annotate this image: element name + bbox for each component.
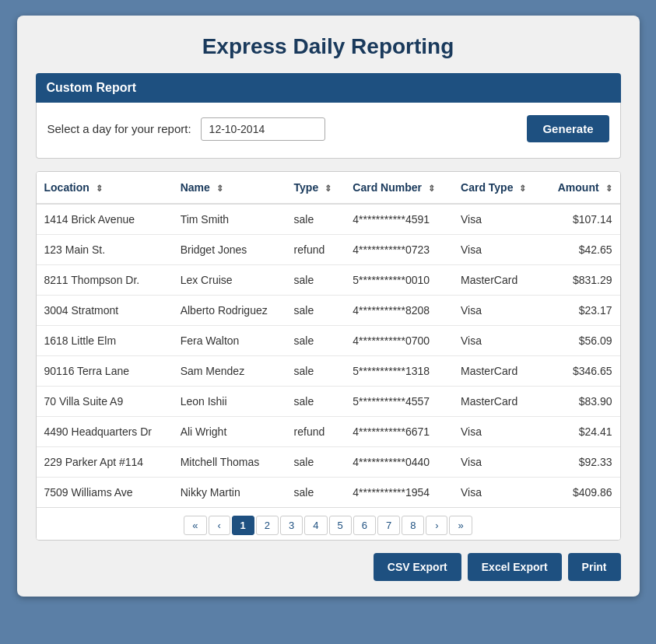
table-row: 90116 Terra Lane Sam Mendez sale 5******… — [37, 356, 620, 387]
cell-type: refund — [286, 235, 346, 265]
sort-icon-amount: ⇕ — [605, 184, 612, 194]
cell-amount: $23.17 — [542, 296, 619, 326]
cell-name: Lex Cruise — [173, 265, 286, 296]
date-row: Select a day for your report: Generate — [47, 115, 609, 142]
cell-location: 7509 Williams Ave — [37, 478, 173, 508]
pagination-button[interactable]: 1 — [232, 516, 254, 535]
cell-card-number: 5***********4557 — [345, 387, 453, 417]
pagination-button[interactable]: 7 — [377, 516, 400, 535]
cell-card-number: 4***********0700 — [345, 326, 453, 356]
date-input-group — [191, 117, 528, 141]
main-card: Express Daily Reporting Custom Report Se… — [17, 16, 640, 597]
cell-card-number: 4***********8208 — [345, 296, 453, 326]
cell-card-type: MasterCard — [453, 356, 542, 387]
cell-card-type: Visa — [453, 204, 542, 235]
cell-card-number: 5***********1318 — [345, 356, 453, 387]
cell-location: 1414 Brick Avenue — [37, 204, 173, 235]
cell-name: Tim Smith — [173, 204, 286, 235]
cell-amount: $83.90 — [542, 387, 619, 417]
table-row: 1414 Brick Avenue Tim Smith sale 4******… — [37, 204, 620, 235]
cell-type: sale — [286, 326, 346, 356]
cell-type: sale — [286, 204, 346, 235]
cell-card-number: 4***********4591 — [345, 204, 453, 235]
cell-card-type: Visa — [453, 326, 542, 356]
col-header-card-number[interactable]: Card Number ⇕ — [345, 172, 453, 204]
cell-amount: $24.41 — [542, 417, 619, 447]
pagination-button[interactable]: 2 — [256, 516, 279, 535]
sort-icon-card-number: ⇕ — [428, 184, 435, 194]
sort-icon-name: ⇕ — [216, 184, 223, 194]
date-label: Select a day for your report: — [47, 122, 191, 135]
pagination-button[interactable]: › — [426, 516, 447, 535]
cell-amount: $107.14 — [542, 204, 619, 235]
cell-amount: $409.86 — [542, 478, 619, 508]
section-body: Select a day for your report: Generate — [36, 103, 621, 159]
table-row: 4490 Headquarters Dr Ali Wright refund 4… — [37, 417, 620, 447]
cell-type: sale — [286, 296, 346, 326]
cell-amount: $831.29 — [542, 265, 619, 296]
cell-card-type: Visa — [453, 296, 542, 326]
cell-amount: $92.33 — [542, 447, 619, 478]
pagination-button[interactable]: 5 — [329, 516, 352, 535]
cell-location: 4490 Headquarters Dr — [37, 417, 173, 447]
cell-card-number: 4***********0723 — [345, 235, 453, 265]
table-row: 3004 Stratmont Alberto Rodriguez sale 4*… — [37, 296, 620, 326]
generate-button[interactable]: Generate — [527, 115, 609, 142]
cell-amount: $42.65 — [542, 235, 619, 265]
table-row: 8211 Thompson Dr. Lex Cruise sale 5*****… — [37, 265, 620, 296]
cell-location: 3004 Stratmont — [37, 296, 173, 326]
section-header: Custom Report — [36, 73, 621, 103]
pagination-button[interactable]: 8 — [402, 516, 424, 535]
table-row: 70 Villa Suite A9 Leon Ishii sale 5*****… — [37, 387, 620, 417]
table-row: 123 Main St. Bridget Jones refund 4*****… — [37, 235, 620, 265]
cell-card-type: Visa — [453, 447, 542, 478]
cell-card-number: 4***********0440 — [345, 447, 453, 478]
cell-location: 70 Villa Suite A9 — [37, 387, 173, 417]
cell-card-type: Visa — [453, 417, 542, 447]
sort-icon-card-type: ⇕ — [519, 184, 526, 194]
table-row: 7509 Williams Ave Nikky Martin sale 4***… — [37, 478, 620, 508]
col-header-name[interactable]: Name ⇕ — [173, 172, 286, 204]
page-title: Express Daily Reporting — [36, 34, 621, 59]
cell-type: sale — [286, 478, 346, 508]
cell-name: Fera Walton — [173, 326, 286, 356]
col-header-card-type[interactable]: Card Type ⇕ — [453, 172, 542, 204]
col-header-type[interactable]: Type ⇕ — [286, 172, 346, 204]
cell-location: 90116 Terra Lane — [37, 356, 173, 387]
pagination-button[interactable]: 3 — [280, 516, 303, 535]
cell-name: Ali Wright — [173, 417, 286, 447]
cell-card-type: MasterCard — [453, 265, 542, 296]
cell-amount: $346.65 — [542, 356, 619, 387]
print-button[interactable]: Print — [568, 553, 621, 581]
col-header-amount[interactable]: Amount ⇕ — [542, 172, 619, 204]
csv-export-button[interactable]: CSV Export — [374, 553, 461, 581]
pagination-button[interactable]: 4 — [304, 516, 327, 535]
cell-name: Alberto Rodriguez — [173, 296, 286, 326]
report-table: Location ⇕ Name ⇕ Type ⇕ Card Number ⇕ C… — [37, 172, 620, 507]
col-header-location[interactable]: Location ⇕ — [37, 172, 173, 204]
custom-report-section: Custom Report Select a day for your repo… — [36, 73, 621, 159]
pagination-button[interactable]: » — [449, 516, 472, 535]
pagination-button[interactable]: 6 — [353, 516, 376, 535]
table-header-row: Location ⇕ Name ⇕ Type ⇕ Card Number ⇕ C… — [37, 172, 620, 204]
cell-card-type: Visa — [453, 478, 542, 508]
cell-type: sale — [286, 265, 346, 296]
cell-card-number: 4***********1954 — [345, 478, 453, 508]
pagination-button[interactable]: ‹ — [209, 516, 230, 535]
cell-name: Mitchell Thomas — [173, 447, 286, 478]
cell-card-type: MasterCard — [453, 387, 542, 417]
excel-export-button[interactable]: Excel Export — [468, 553, 562, 581]
pagination-button[interactable]: « — [184, 516, 206, 535]
date-input[interactable] — [201, 117, 325, 141]
cell-location: 229 Parker Apt #114 — [37, 447, 173, 478]
report-table-wrapper: Location ⇕ Name ⇕ Type ⇕ Card Number ⇕ C… — [36, 171, 621, 541]
cell-name: Sam Mendez — [173, 356, 286, 387]
sort-icon-type: ⇕ — [324, 184, 332, 194]
cell-card-number: 5***********0010 — [345, 265, 453, 296]
cell-card-number: 4***********6671 — [345, 417, 453, 447]
cell-type: refund — [286, 417, 346, 447]
export-row: CSV Export Excel Export Print — [36, 553, 621, 581]
cell-type: sale — [286, 447, 346, 478]
table-row: 1618 Little Elm Fera Walton sale 4******… — [37, 326, 620, 356]
cell-card-type: Visa — [453, 235, 542, 265]
